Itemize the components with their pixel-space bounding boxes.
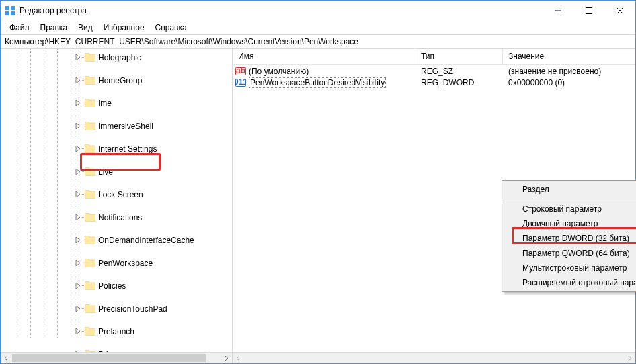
list-row[interactable]: 011PenWorkspaceButtonDesiredVisibilityRE… — [233, 77, 635, 88]
folder-icon — [85, 236, 95, 244]
tree-item[interactable]: HomeGroup — [1, 75, 232, 86]
minimize-button[interactable] — [543, 1, 573, 21]
folder-icon — [85, 144, 95, 153]
content: HolographicHomeGroupImeImmersiveShellInt… — [1, 49, 635, 363]
ctx-new-expandstr[interactable]: Расширяемый строковый параметр — [504, 275, 636, 290]
ctx-separator — [504, 199, 636, 199]
menu-fav[interactable]: Избранное — [99, 22, 149, 33]
tree-item[interactable]: Ime — [1, 97, 232, 109]
tree-item-label: HomeGroup — [98, 76, 142, 85]
folder-icon — [85, 190, 95, 199]
tree-item[interactable]: Lock Screen — [1, 189, 232, 200]
tree[interactable]: HolographicHomeGroupImeImmersiveShellInt… — [1, 49, 232, 352]
tree-item-label: Ime — [98, 99, 112, 108]
expand-icon[interactable] — [75, 77, 82, 84]
list-header: Имя Тип Значение — [233, 49, 635, 65]
folder-icon — [85, 281, 95, 290]
titlebar: Редактор реестра — [1, 1, 635, 21]
tree-item-label: Prelaunch — [98, 327, 134, 336]
tree-item[interactable]: Prelaunch — [1, 326, 232, 337]
expand-icon[interactable] — [75, 191, 82, 198]
window-controls — [543, 1, 635, 21]
tree-pane: HolographicHomeGroupImeImmersiveShellInt… — [1, 49, 233, 363]
tree-item-label: Live — [98, 167, 113, 177]
tree-item[interactable]: Internet Settings — [1, 143, 232, 154]
dword-value-icon: 011 — [235, 77, 246, 88]
expand-icon[interactable] — [75, 145, 82, 152]
tree-item-label: PrecisionTouchPad — [98, 304, 167, 314]
ctx-new-dword[interactable]: Параметр DWORD (32 бита) — [504, 231, 636, 246]
tree-item[interactable]: OnDemandInterfaceCache — [1, 234, 232, 246]
tree-item-label: Privacy — [98, 350, 124, 353]
menu-file[interactable]: Файл — [5, 22, 34, 33]
menu-help[interactable]: Справка — [151, 22, 192, 33]
expand-icon[interactable] — [75, 328, 82, 335]
expand-icon[interactable] — [75, 99, 82, 107]
scroll-thumb[interactable] — [12, 354, 206, 362]
scroll-right-button[interactable] — [221, 353, 232, 364]
expand-icon[interactable] — [75, 214, 82, 221]
scroll-track[interactable] — [244, 353, 624, 363]
tree-item[interactable]: PrecisionTouchPad — [1, 303, 232, 314]
app-icon — [5, 5, 15, 16]
scroll-left-button[interactable] — [233, 353, 244, 364]
scroll-track[interactable] — [12, 353, 221, 363]
string-value-icon: ab — [235, 66, 246, 77]
folder-icon — [85, 122, 95, 130]
list-scrollbar-h[interactable] — [233, 352, 635, 363]
address-path: Компьютер\HKEY_CURRENT_USER\Software\Mic… — [5, 37, 358, 46]
tree-item-label: ImmersiveShell — [98, 122, 153, 131]
expand-icon[interactable] — [75, 54, 82, 61]
ctx-new-multistr[interactable]: Мультистроковый параметр — [504, 261, 636, 275]
tree-item-label: OnDemandInterfaceCache — [98, 236, 194, 245]
window: Редактор реестра Файл Правка Вид Избранн… — [0, 0, 636, 364]
tree-item[interactable]: Live — [1, 166, 232, 177]
value-data: 0x00000000 (0) — [503, 78, 635, 87]
svg-rect-1 — [11, 6, 15, 10]
svg-text:011: 011 — [235, 77, 246, 87]
expand-icon[interactable] — [75, 282, 82, 289]
expand-icon[interactable] — [75, 236, 82, 244]
expand-icon[interactable] — [75, 351, 82, 352]
scroll-right-button[interactable] — [624, 353, 635, 364]
ctx-new-binary[interactable]: Двоичный параметр — [504, 216, 636, 231]
svg-text:ab: ab — [236, 66, 245, 75]
ctx-new-string[interactable]: Строковый параметр — [504, 201, 636, 216]
tree-scrollbar-h[interactable] — [1, 352, 232, 363]
col-header-value[interactable]: Значение — [503, 49, 635, 64]
folder-icon — [85, 99, 95, 107]
tree-item-label: Internet Settings — [98, 144, 157, 154]
window-title: Редактор реестра — [19, 6, 543, 15]
folder-icon — [85, 327, 95, 336]
svg-rect-5 — [586, 8, 592, 14]
close-button[interactable] — [604, 1, 635, 21]
ctx-new-key[interactable]: Раздел — [504, 182, 636, 197]
folder-icon — [85, 76, 95, 85]
address-bar[interactable]: Компьютер\HKEY_CURRENT_USER\Software\Mic… — [1, 34, 635, 49]
tree-item[interactable]: Policies — [1, 280, 232, 291]
col-header-type[interactable]: Тип — [415, 49, 503, 64]
context-submenu: Раздел Строковый параметр Двоичный парам… — [502, 180, 636, 292]
menu-edit[interactable]: Правка — [36, 22, 73, 33]
expand-icon[interactable] — [75, 168, 82, 175]
menu-view[interactable]: Вид — [73, 22, 97, 33]
tree-item[interactable]: Holographic — [1, 52, 232, 63]
ctx-new-qword[interactable]: Параметр QWORD (64 бита) — [504, 246, 636, 261]
expand-icon[interactable] — [75, 122, 82, 130]
value-type: REG_SZ — [415, 66, 503, 76]
tree-item-label: Holographic — [98, 53, 141, 62]
tree-item-label: PenWorkspace — [98, 259, 153, 268]
tree-item[interactable]: Notifications — [1, 212, 232, 223]
list-row[interactable]: ab(По умолчанию)REG_SZ(значение не присв… — [233, 65, 635, 77]
svg-rect-2 — [5, 11, 9, 15]
value-data: (значение не присвоено) — [503, 66, 635, 76]
tree-item[interactable]: ImmersiveShell — [1, 120, 232, 132]
maximize-button[interactable] — [573, 1, 604, 21]
col-header-name[interactable]: Имя — [233, 49, 415, 64]
scroll-left-button[interactable] — [1, 353, 12, 364]
tree-item-label: Lock Screen — [98, 190, 143, 199]
tree-item[interactable]: PenWorkspace — [1, 257, 232, 269]
value-name: PenWorkspaceButtonDesiredVisibility — [249, 77, 386, 88]
expand-icon[interactable] — [75, 305, 82, 312]
expand-icon[interactable] — [75, 259, 82, 267]
